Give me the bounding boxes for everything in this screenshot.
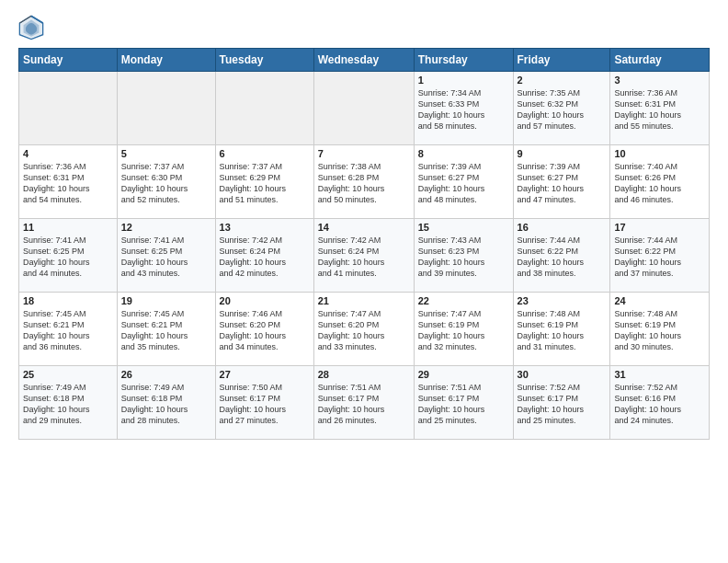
- weekday-friday: Friday: [513, 49, 610, 72]
- day-cell: 21Sunrise: 7:47 AM Sunset: 6:20 PM Dayli…: [313, 293, 414, 366]
- day-info: Sunrise: 7:47 AM Sunset: 6:19 PM Dayligh…: [418, 308, 509, 353]
- day-cell: 13Sunrise: 7:42 AM Sunset: 6:24 PM Dayli…: [215, 219, 313, 293]
- logo: [18, 15, 48, 40]
- week-row-4: 18Sunrise: 7:45 AM Sunset: 6:21 PM Dayli…: [19, 293, 710, 366]
- day-cell: 2Sunrise: 7:35 AM Sunset: 6:32 PM Daylig…: [513, 72, 610, 145]
- day-info: Sunrise: 7:48 AM Sunset: 6:19 PM Dayligh…: [518, 308, 607, 353]
- weekday-header-row: SundayMondayTuesdayWednesdayThursdayFrid…: [19, 49, 710, 72]
- day-number: 13: [220, 222, 310, 233]
- day-number: 20: [220, 295, 310, 306]
- day-info: Sunrise: 7:43 AM Sunset: 6:23 PM Dayligh…: [418, 235, 509, 280]
- day-number: 10: [614, 148, 705, 159]
- day-number: 17: [614, 222, 705, 233]
- day-number: 29: [418, 369, 509, 380]
- day-cell: [117, 72, 215, 145]
- day-number: 23: [518, 295, 607, 306]
- day-cell: 18Sunrise: 7:45 AM Sunset: 6:21 PM Dayli…: [19, 293, 118, 366]
- day-cell: 16Sunrise: 7:44 AM Sunset: 6:22 PM Dayli…: [513, 219, 610, 293]
- day-cell: 15Sunrise: 7:43 AM Sunset: 6:23 PM Dayli…: [414, 219, 513, 293]
- logo-icon: [18, 15, 44, 40]
- day-cell: 30Sunrise: 7:52 AM Sunset: 6:17 PM Dayli…: [513, 366, 610, 440]
- day-number: 27: [220, 369, 310, 380]
- day-cell: 5Sunrise: 7:37 AM Sunset: 6:30 PM Daylig…: [117, 145, 215, 219]
- day-cell: 7Sunrise: 7:38 AM Sunset: 6:28 PM Daylig…: [313, 145, 414, 219]
- page: SundayMondayTuesdayWednesdayThursdayFrid…: [0, 0, 728, 563]
- day-info: Sunrise: 7:49 AM Sunset: 6:18 PM Dayligh…: [121, 382, 211, 427]
- day-info: Sunrise: 7:41 AM Sunset: 6:25 PM Dayligh…: [23, 235, 113, 280]
- day-number: 24: [614, 295, 705, 306]
- day-cell: 12Sunrise: 7:41 AM Sunset: 6:25 PM Dayli…: [117, 219, 215, 293]
- day-number: 21: [318, 295, 410, 306]
- day-number: 28: [318, 369, 410, 380]
- day-cell: 26Sunrise: 7:49 AM Sunset: 6:18 PM Dayli…: [117, 366, 215, 440]
- day-number: 31: [614, 369, 705, 380]
- day-number: 30: [518, 369, 607, 380]
- day-cell: [19, 72, 118, 145]
- day-number: 7: [318, 148, 410, 159]
- day-info: Sunrise: 7:38 AM Sunset: 6:28 PM Dayligh…: [318, 161, 410, 206]
- day-info: Sunrise: 7:52 AM Sunset: 6:17 PM Dayligh…: [518, 382, 607, 427]
- day-cell: [313, 72, 414, 145]
- day-cell: 3Sunrise: 7:36 AM Sunset: 6:31 PM Daylig…: [610, 72, 710, 145]
- weekday-wednesday: Wednesday: [313, 49, 414, 72]
- weekday-sunday: Sunday: [19, 49, 118, 72]
- day-cell: 9Sunrise: 7:39 AM Sunset: 6:27 PM Daylig…: [513, 145, 610, 219]
- day-cell: 14Sunrise: 7:42 AM Sunset: 6:24 PM Dayli…: [313, 219, 414, 293]
- weekday-tuesday: Tuesday: [215, 49, 313, 72]
- day-number: 25: [23, 369, 113, 380]
- day-info: Sunrise: 7:49 AM Sunset: 6:18 PM Dayligh…: [23, 382, 113, 427]
- day-cell: 29Sunrise: 7:51 AM Sunset: 6:17 PM Dayli…: [414, 366, 513, 440]
- day-number: 12: [121, 222, 211, 233]
- day-number: 16: [518, 222, 607, 233]
- day-cell: 6Sunrise: 7:37 AM Sunset: 6:29 PM Daylig…: [215, 145, 313, 219]
- day-number: 6: [220, 148, 310, 159]
- day-info: Sunrise: 7:36 AM Sunset: 6:31 PM Dayligh…: [23, 161, 113, 206]
- weekday-saturday: Saturday: [610, 49, 710, 72]
- day-info: Sunrise: 7:35 AM Sunset: 6:32 PM Dayligh…: [518, 87, 607, 132]
- day-number: 4: [23, 148, 113, 159]
- day-cell: 31Sunrise: 7:52 AM Sunset: 6:16 PM Dayli…: [610, 366, 710, 440]
- day-info: Sunrise: 7:44 AM Sunset: 6:22 PM Dayligh…: [518, 235, 607, 280]
- day-info: Sunrise: 7:45 AM Sunset: 6:21 PM Dayligh…: [121, 308, 211, 353]
- day-number: 14: [318, 222, 410, 233]
- day-cell: 11Sunrise: 7:41 AM Sunset: 6:25 PM Dayli…: [19, 219, 118, 293]
- day-cell: 4Sunrise: 7:36 AM Sunset: 6:31 PM Daylig…: [19, 145, 118, 219]
- day-number: 26: [121, 369, 211, 380]
- weekday-thursday: Thursday: [414, 49, 513, 72]
- week-row-2: 4Sunrise: 7:36 AM Sunset: 6:31 PM Daylig…: [19, 145, 710, 219]
- day-info: Sunrise: 7:34 AM Sunset: 6:33 PM Dayligh…: [418, 87, 509, 132]
- day-cell: 22Sunrise: 7:47 AM Sunset: 6:19 PM Dayli…: [414, 293, 513, 366]
- day-number: 2: [518, 75, 607, 86]
- day-number: 19: [121, 295, 211, 306]
- day-info: Sunrise: 7:45 AM Sunset: 6:21 PM Dayligh…: [23, 308, 113, 353]
- day-cell: 24Sunrise: 7:48 AM Sunset: 6:19 PM Dayli…: [610, 293, 710, 366]
- calendar-table: SundayMondayTuesdayWednesdayThursdayFrid…: [18, 48, 710, 440]
- day-info: Sunrise: 7:52 AM Sunset: 6:16 PM Dayligh…: [614, 382, 705, 427]
- day-number: 22: [418, 295, 509, 306]
- day-info: Sunrise: 7:42 AM Sunset: 6:24 PM Dayligh…: [220, 235, 310, 280]
- day-cell: 17Sunrise: 7:44 AM Sunset: 6:22 PM Dayli…: [610, 219, 710, 293]
- day-cell: 28Sunrise: 7:51 AM Sunset: 6:17 PM Dayli…: [313, 366, 414, 440]
- day-info: Sunrise: 7:37 AM Sunset: 6:29 PM Dayligh…: [220, 161, 310, 206]
- day-number: 9: [518, 148, 607, 159]
- day-cell: 10Sunrise: 7:40 AM Sunset: 6:26 PM Dayli…: [610, 145, 710, 219]
- day-info: Sunrise: 7:39 AM Sunset: 6:27 PM Dayligh…: [418, 161, 509, 206]
- day-info: Sunrise: 7:51 AM Sunset: 6:17 PM Dayligh…: [318, 382, 410, 427]
- day-info: Sunrise: 7:44 AM Sunset: 6:22 PM Dayligh…: [614, 235, 705, 280]
- day-info: Sunrise: 7:50 AM Sunset: 6:17 PM Dayligh…: [220, 382, 310, 427]
- weekday-monday: Monday: [117, 49, 215, 72]
- day-info: Sunrise: 7:46 AM Sunset: 6:20 PM Dayligh…: [220, 308, 310, 353]
- day-cell: 8Sunrise: 7:39 AM Sunset: 6:27 PM Daylig…: [414, 145, 513, 219]
- day-number: 15: [418, 222, 509, 233]
- day-cell: 20Sunrise: 7:46 AM Sunset: 6:20 PM Dayli…: [215, 293, 313, 366]
- week-row-5: 25Sunrise: 7:49 AM Sunset: 6:18 PM Dayli…: [19, 366, 710, 440]
- day-cell: 23Sunrise: 7:48 AM Sunset: 6:19 PM Dayli…: [513, 293, 610, 366]
- week-row-3: 11Sunrise: 7:41 AM Sunset: 6:25 PM Dayli…: [19, 219, 710, 293]
- day-info: Sunrise: 7:48 AM Sunset: 6:19 PM Dayligh…: [614, 308, 705, 353]
- day-info: Sunrise: 7:39 AM Sunset: 6:27 PM Dayligh…: [518, 161, 607, 206]
- day-info: Sunrise: 7:47 AM Sunset: 6:20 PM Dayligh…: [318, 308, 410, 353]
- header: [18, 15, 710, 40]
- day-number: 18: [23, 295, 113, 306]
- day-cell: 25Sunrise: 7:49 AM Sunset: 6:18 PM Dayli…: [19, 366, 118, 440]
- day-info: Sunrise: 7:42 AM Sunset: 6:24 PM Dayligh…: [318, 235, 410, 280]
